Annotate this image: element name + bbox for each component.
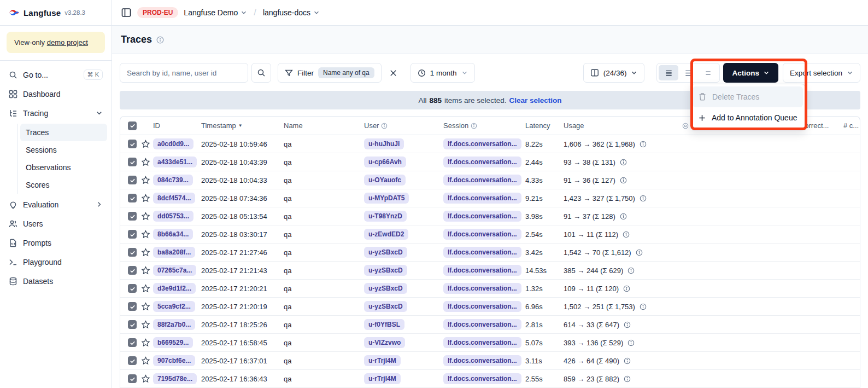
user-pill[interactable]: u-cp66Avh — [364, 157, 406, 167]
session-pill[interactable]: lf.docs.conversation... — [443, 337, 521, 348]
session-pill[interactable]: lf.docs.conversation... — [443, 211, 521, 222]
session-pill[interactable]: lf.docs.conversation... — [443, 265, 521, 276]
col-header-user[interactable]: User — [364, 121, 443, 130]
table-row[interactable]: a0cd0d9... 2025-02-18 10:59:46 qa u-huJh… — [120, 135, 860, 153]
star-icon[interactable] — [141, 212, 150, 221]
row-checkbox[interactable] — [128, 356, 137, 365]
row-checkbox[interactable] — [128, 320, 137, 329]
table-row[interactable]: b669529... 2025-02-17 16:58:45 qa u-VIZz… — [120, 334, 860, 352]
table-row[interactable]: 7195d78e... 2025-02-17 16:36:43 qa u-rTr… — [120, 370, 860, 388]
trace-id-pill[interactable]: dd05753... — [153, 211, 193, 222]
star-icon[interactable] — [141, 338, 150, 348]
clear-filter-button[interactable] — [389, 69, 397, 77]
table-row[interactable]: 5cca9cf2... 2025-02-17 21:20:19 qa u-yzS… — [120, 298, 860, 316]
col-header-session[interactable]: Session — [443, 121, 525, 130]
trace-id-pill[interactable]: 88f2a7b0... — [153, 319, 195, 330]
trace-id-pill[interactable]: 8dcf4574... — [153, 193, 195, 204]
session-pill[interactable]: lf.docs.conversation... — [443, 193, 521, 204]
row-checkbox[interactable] — [128, 266, 137, 275]
col-header-usage[interactable]: Usage — [564, 121, 682, 130]
user-pill[interactable]: u-VIZzvwo — [364, 337, 405, 348]
session-pill[interactable]: lf.docs.conversation... — [443, 138, 521, 149]
user-pill[interactable]: u-OYauofc — [364, 175, 406, 186]
sidebar-item-sessions[interactable]: Sessions — [20, 141, 107, 159]
session-pill[interactable]: lf.docs.conversation... — [443, 355, 521, 366]
select-all-checkbox[interactable] — [128, 121, 137, 130]
actions-button[interactable]: Actions — [723, 63, 778, 83]
star-icon[interactable] — [141, 248, 150, 257]
menu-item-add-to-annotation-queue[interactable]: Add to Annotation Queue — [693, 107, 803, 128]
project-selector[interactable]: langfuse-docs — [263, 8, 320, 17]
row-height-medium-button[interactable] — [678, 65, 698, 80]
table-row[interactable]: 88f2a7b0... 2025-02-17 18:25:26 qa u-f0Y… — [120, 316, 860, 334]
star-icon[interactable] — [141, 374, 150, 384]
demo-project-link[interactable]: demo project — [47, 38, 88, 47]
session-pill[interactable]: lf.docs.conversation... — [443, 157, 521, 167]
session-pill[interactable]: lf.docs.conversation... — [443, 175, 521, 186]
sidebar-item-dashboard[interactable]: Dashboard — [4, 84, 107, 103]
row-checkbox[interactable] — [128, 194, 137, 202]
user-pill[interactable]: u-huJhuJi — [364, 138, 404, 149]
row-checkbox[interactable] — [128, 284, 137, 293]
user-pill[interactable]: u-T98YnzD — [364, 211, 407, 222]
sidebar-item-tracing[interactable]: Tracing — [4, 103, 107, 123]
star-icon[interactable] — [141, 320, 150, 329]
user-pill[interactable]: u-zEwdED2 — [364, 229, 408, 240]
user-pill[interactable]: u-yzSBxcD — [364, 301, 407, 312]
sidebar-item-observations[interactable]: Observations — [20, 159, 107, 176]
col-header-timestamp[interactable]: Timestamp ▼ — [201, 121, 284, 130]
table-row[interactable]: 084c739... 2025-02-18 10:04:33 qa u-OYau… — [120, 171, 860, 189]
star-icon[interactable] — [141, 158, 150, 167]
search-button[interactable] — [251, 63, 271, 83]
table-row[interactable]: ba8a208f... 2025-02-17 21:27:46 qa u-yzS… — [120, 244, 860, 262]
trace-id-pill[interactable]: 7195d78e... — [153, 373, 197, 384]
menu-item-delete-traces[interactable]: Delete Traces — [693, 86, 803, 107]
user-pill[interactable]: u-f0YfBSL — [364, 319, 404, 330]
table-row[interactable]: dd05753... 2025-02-18 05:13:54 qa u-T98Y… — [120, 207, 860, 225]
trace-id-pill[interactable]: a433de51... — [153, 157, 197, 167]
star-icon[interactable] — [141, 302, 150, 311]
session-pill[interactable]: lf.docs.conversation... — [443, 373, 521, 384]
user-pill[interactable]: u-yzSBxcD — [364, 247, 407, 258]
star-icon[interactable] — [141, 140, 150, 149]
session-pill[interactable]: lf.docs.conversation... — [443, 247, 521, 258]
row-checkbox[interactable] — [128, 302, 137, 311]
row-checkbox[interactable] — [128, 374, 137, 383]
session-pill[interactable]: lf.docs.conversation... — [443, 283, 521, 294]
sidebar-item-users[interactable]: Users — [4, 214, 107, 233]
row-height-small-button[interactable] — [659, 65, 678, 80]
sidebar-item-traces[interactable]: Traces — [20, 124, 107, 141]
col-header-latency[interactable]: Latency — [525, 121, 564, 130]
row-checkbox[interactable] — [128, 248, 137, 257]
star-icon[interactable] — [141, 284, 150, 293]
trace-id-pill[interactable]: 907cbf6e... — [153, 355, 195, 366]
user-pill[interactable]: u-rTrjI4M — [364, 373, 401, 384]
user-pill[interactable]: u-MYpDAT5 — [364, 193, 409, 204]
trace-id-pill[interactable]: 07265c7a... — [153, 265, 196, 276]
table-row[interactable]: a433de51... 2025-02-18 10:43:39 qa u-cp6… — [120, 153, 860, 171]
sidebar-item-datasets[interactable]: Datasets — [4, 271, 107, 291]
star-icon[interactable] — [141, 230, 150, 239]
table-row[interactable]: d3e9d1f2... 2025-02-17 21:20:21 qa u-yzS… — [120, 280, 860, 298]
user-pill[interactable]: u-rTrjI4M — [364, 355, 401, 366]
trace-id-pill[interactable]: b669529... — [153, 337, 193, 348]
trace-id-pill[interactable]: 084c739... — [153, 175, 193, 186]
sidebar-item-evaluation[interactable]: Evaluation — [4, 195, 107, 214]
row-checkbox[interactable] — [128, 230, 137, 239]
table-row[interactable]: 8dcf4574... 2025-02-18 07:34:36 qa u-MYp… — [120, 189, 860, 207]
star-icon[interactable] — [141, 356, 150, 366]
row-height-large-button[interactable] — [698, 65, 718, 80]
sidebar-item-prompts[interactable]: Prompts — [4, 233, 107, 252]
row-checkbox[interactable] — [128, 158, 137, 166]
trace-id-pill[interactable]: d3e9d1f2... — [153, 283, 196, 294]
row-checkbox[interactable] — [128, 338, 137, 347]
sidebar-item-playground[interactable]: Playground — [4, 252, 107, 271]
row-checkbox[interactable] — [128, 176, 137, 184]
filter-button[interactable]: Filter Name any of qa — [278, 63, 382, 83]
col-header-id[interactable]: ID — [153, 121, 201, 130]
star-icon[interactable] — [141, 194, 150, 203]
table-row[interactable]: 907cbf6e... 2025-02-17 16:37:01 qa u-rTr… — [120, 352, 860, 370]
user-pill[interactable]: u-yzSBxcD — [364, 265, 407, 276]
col-header-cut[interactable]: # c... — [843, 121, 860, 130]
trace-id-pill[interactable]: 8b66a34... — [153, 229, 193, 240]
